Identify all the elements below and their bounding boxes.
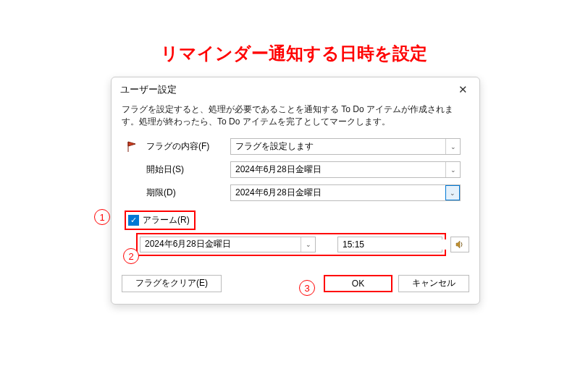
- chevron-down-icon[interactable]: ⌄: [445, 162, 460, 177]
- due-date-row: 期限(D) 2024年6月28日金曜日 ⌄: [112, 182, 479, 205]
- chevron-down-icon[interactable]: ⌄: [445, 139, 460, 154]
- flag-content-value: フラグを設定します: [231, 140, 445, 153]
- flag-content-row: フラグの内容(F) フラグを設定します ⌄: [112, 135, 479, 158]
- alarm-checkbox-highlight: ✓ アラーム(R): [125, 211, 196, 230]
- sound-button[interactable]: [450, 237, 469, 252]
- alarm-datetime-highlight: 2024年6月28日金曜日 ⌄ ⌄: [136, 233, 446, 256]
- dialog-button-row: フラグをクリア(E) OK キャンセル: [112, 268, 479, 292]
- due-date-label: 期限(D): [122, 187, 230, 199]
- alarm-time-input[interactable]: [338, 239, 455, 250]
- alarm-time-dropdown[interactable]: ⌄: [337, 237, 442, 252]
- alarm-date-value: 2024年6月28日金曜日: [140, 238, 301, 250]
- ok-button[interactable]: OK: [324, 275, 392, 292]
- chevron-down-icon[interactable]: ⌄: [445, 185, 460, 200]
- flag-icon: [122, 140, 143, 153]
- annotation-title: リマインダー通知する日時を設定: [0, 0, 588, 65]
- start-date-row: 開始日(S) 2024年6月28日金曜日 ⌄: [112, 158, 479, 182]
- speaker-icon: [455, 239, 465, 250]
- chevron-down-icon[interactable]: ⌄: [301, 237, 315, 252]
- close-icon[interactable]: ✕: [454, 83, 472, 96]
- alarm-checkbox[interactable]: ✓: [128, 215, 139, 226]
- alarm-datetime-row: 2024年6月28日金曜日 ⌄ ⌄: [112, 233, 479, 256]
- annotation-marker-3: 3: [299, 280, 315, 296]
- alarm-checkbox-row: ✓ アラーム(R): [112, 211, 479, 230]
- cancel-button[interactable]: キャンセル: [398, 275, 469, 292]
- annotation-marker-1: 1: [94, 209, 110, 225]
- flag-content-dropdown[interactable]: フラグを設定します ⌄: [230, 138, 461, 155]
- due-date-value: 2024年6月28日金曜日: [231, 187, 445, 199]
- alarm-label: アラーム(R): [143, 214, 190, 226]
- dialog-description: フラグを設定すると、処理が必要であることを通知する To Do アイテムが作成さ…: [112, 101, 479, 135]
- start-date-label: 開始日(S): [122, 163, 230, 176]
- alarm-date-dropdown[interactable]: 2024年6月28日金曜日 ⌄: [140, 237, 316, 252]
- start-date-dropdown[interactable]: 2024年6月28日金曜日 ⌄: [230, 161, 461, 178]
- dialog-title: ユーザー設定: [120, 83, 177, 96]
- clear-flag-button[interactable]: フラグをクリア(E): [122, 275, 222, 292]
- annotation-marker-2: 2: [123, 248, 139, 264]
- flag-content-label: フラグの内容(F): [143, 140, 230, 153]
- user-settings-dialog: ユーザー設定 ✕ フラグを設定すると、処理が必要であることを通知する To Do…: [111, 77, 480, 305]
- due-date-dropdown[interactable]: 2024年6月28日金曜日 ⌄: [230, 184, 461, 201]
- dialog-titlebar: ユーザー設定 ✕: [112, 77, 479, 101]
- start-date-value: 2024年6月28日金曜日: [231, 163, 445, 176]
